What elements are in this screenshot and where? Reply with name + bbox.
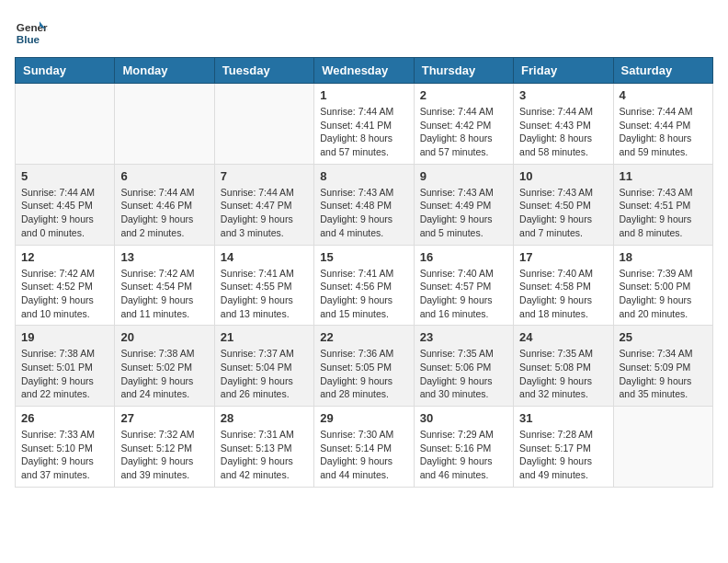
- calendar-cell: 29Sunrise: 7:30 AMSunset: 5:14 PMDayligh…: [314, 407, 414, 488]
- calendar-cell: [214, 84, 313, 165]
- calendar-week-4: 19Sunrise: 7:38 AMSunset: 5:01 PMDayligh…: [16, 326, 713, 407]
- calendar: SundayMondayTuesdayWednesdayThursdayFrid…: [15, 57, 713, 488]
- calendar-cell: 25Sunrise: 7:34 AMSunset: 5:09 PMDayligh…: [613, 326, 712, 407]
- logo-icon: General Blue: [15, 15, 48, 48]
- calendar-cell: 8Sunrise: 7:43 AMSunset: 4:48 PMDaylight…: [314, 164, 414, 245]
- calendar-cell: 2Sunrise: 7:44 AMSunset: 4:42 PMDaylight…: [414, 84, 513, 165]
- calendar-cell: 10Sunrise: 7:43 AMSunset: 4:50 PMDayligh…: [514, 164, 613, 245]
- day-number: 1: [320, 88, 407, 102]
- day-info: Sunrise: 7:40 AMSunset: 4:58 PMDaylight:…: [519, 267, 607, 321]
- calendar-header-sunday: Sunday: [16, 58, 115, 84]
- calendar-header-tuesday: Tuesday: [214, 58, 313, 84]
- day-info: Sunrise: 7:39 AMSunset: 5:00 PMDaylight:…: [620, 267, 707, 321]
- calendar-week-1: 1Sunrise: 7:44 AMSunset: 4:41 PMDaylight…: [16, 84, 713, 165]
- calendar-week-5: 26Sunrise: 7:33 AMSunset: 5:10 PMDayligh…: [16, 407, 713, 488]
- day-info: Sunrise: 7:42 AMSunset: 4:52 PMDaylight:…: [21, 267, 108, 321]
- day-number: 19: [21, 330, 108, 344]
- calendar-cell: 16Sunrise: 7:40 AMSunset: 4:57 PMDayligh…: [414, 245, 513, 326]
- day-info: Sunrise: 7:44 AMSunset: 4:46 PMDaylight:…: [120, 186, 208, 240]
- calendar-cell: 28Sunrise: 7:31 AMSunset: 5:13 PMDayligh…: [214, 407, 313, 488]
- calendar-cell: 22Sunrise: 7:36 AMSunset: 5:05 PMDayligh…: [314, 326, 414, 407]
- day-info: Sunrise: 7:32 AMSunset: 5:12 PMDaylight:…: [120, 428, 208, 482]
- day-number: 15: [320, 250, 407, 264]
- calendar-cell: 14Sunrise: 7:41 AMSunset: 4:55 PMDayligh…: [214, 245, 313, 326]
- day-info: Sunrise: 7:44 AMSunset: 4:44 PMDaylight:…: [620, 105, 707, 159]
- day-number: 25: [620, 330, 707, 344]
- day-number: 27: [120, 411, 208, 425]
- calendar-header-friday: Friday: [514, 58, 613, 84]
- day-info: Sunrise: 7:34 AMSunset: 5:09 PMDaylight:…: [620, 347, 707, 401]
- day-info: Sunrise: 7:37 AMSunset: 5:04 PMDaylight:…: [221, 347, 308, 401]
- day-info: Sunrise: 7:38 AMSunset: 5:01 PMDaylight:…: [21, 347, 108, 401]
- calendar-cell: 11Sunrise: 7:43 AMSunset: 4:51 PMDayligh…: [613, 164, 712, 245]
- day-info: Sunrise: 7:36 AMSunset: 5:05 PMDaylight:…: [320, 347, 407, 401]
- calendar-week-3: 12Sunrise: 7:42 AMSunset: 4:52 PMDayligh…: [16, 245, 713, 326]
- day-number: 5: [21, 169, 108, 183]
- calendar-cell: 26Sunrise: 7:33 AMSunset: 5:10 PMDayligh…: [16, 407, 115, 488]
- calendar-cell: [613, 407, 712, 488]
- day-number: 29: [320, 411, 407, 425]
- day-info: Sunrise: 7:41 AMSunset: 4:56 PMDaylight:…: [320, 267, 407, 321]
- day-number: 14: [221, 250, 308, 264]
- calendar-cell: [115, 84, 214, 165]
- day-info: Sunrise: 7:44 AMSunset: 4:43 PMDaylight:…: [519, 105, 607, 159]
- calendar-cell: 7Sunrise: 7:44 AMSunset: 4:47 PMDaylight…: [214, 164, 313, 245]
- day-info: Sunrise: 7:43 AMSunset: 4:48 PMDaylight:…: [320, 186, 407, 240]
- calendar-cell: [16, 84, 115, 165]
- calendar-cell: 21Sunrise: 7:37 AMSunset: 5:04 PMDayligh…: [214, 326, 313, 407]
- day-number: 23: [420, 330, 507, 344]
- day-number: 8: [320, 169, 407, 183]
- day-info: Sunrise: 7:43 AMSunset: 4:49 PMDaylight:…: [420, 186, 507, 240]
- day-number: 9: [420, 169, 507, 183]
- day-info: Sunrise: 7:41 AMSunset: 4:55 PMDaylight:…: [221, 267, 308, 321]
- calendar-cell: 13Sunrise: 7:42 AMSunset: 4:54 PMDayligh…: [115, 245, 214, 326]
- day-number: 16: [420, 250, 507, 264]
- calendar-cell: 9Sunrise: 7:43 AMSunset: 4:49 PMDaylight…: [414, 164, 513, 245]
- calendar-cell: 23Sunrise: 7:35 AMSunset: 5:06 PMDayligh…: [414, 326, 513, 407]
- day-info: Sunrise: 7:33 AMSunset: 5:10 PMDaylight:…: [21, 428, 108, 482]
- svg-text:Blue: Blue: [17, 33, 40, 45]
- calendar-cell: 17Sunrise: 7:40 AMSunset: 4:58 PMDayligh…: [514, 245, 613, 326]
- day-info: Sunrise: 7:43 AMSunset: 4:50 PMDaylight:…: [519, 186, 607, 240]
- day-info: Sunrise: 7:44 AMSunset: 4:45 PMDaylight:…: [21, 186, 108, 240]
- day-number: 4: [620, 88, 707, 102]
- calendar-cell: 5Sunrise: 7:44 AMSunset: 4:45 PMDaylight…: [16, 164, 115, 245]
- day-info: Sunrise: 7:44 AMSunset: 4:41 PMDaylight:…: [320, 105, 407, 159]
- day-number: 26: [21, 411, 108, 425]
- calendar-header-monday: Monday: [115, 58, 214, 84]
- day-number: 3: [519, 88, 607, 102]
- calendar-header-saturday: Saturday: [613, 58, 712, 84]
- day-number: 13: [120, 250, 208, 264]
- calendar-cell: 31Sunrise: 7:28 AMSunset: 5:17 PMDayligh…: [514, 407, 613, 488]
- calendar-cell: 30Sunrise: 7:29 AMSunset: 5:16 PMDayligh…: [414, 407, 513, 488]
- day-info: Sunrise: 7:44 AMSunset: 4:47 PMDaylight:…: [221, 186, 308, 240]
- logo: General Blue: [15, 15, 51, 48]
- day-number: 17: [519, 250, 607, 264]
- day-number: 2: [420, 88, 507, 102]
- day-number: 24: [519, 330, 607, 344]
- calendar-cell: 20Sunrise: 7:38 AMSunset: 5:02 PMDayligh…: [115, 326, 214, 407]
- day-info: Sunrise: 7:35 AMSunset: 5:06 PMDaylight:…: [420, 347, 507, 401]
- calendar-cell: 27Sunrise: 7:32 AMSunset: 5:12 PMDayligh…: [115, 407, 214, 488]
- day-number: 30: [420, 411, 507, 425]
- day-info: Sunrise: 7:28 AMSunset: 5:17 PMDaylight:…: [519, 428, 607, 482]
- day-number: 11: [620, 169, 707, 183]
- calendar-cell: 15Sunrise: 7:41 AMSunset: 4:56 PMDayligh…: [314, 245, 414, 326]
- calendar-cell: 1Sunrise: 7:44 AMSunset: 4:41 PMDaylight…: [314, 84, 414, 165]
- calendar-week-2: 5Sunrise: 7:44 AMSunset: 4:45 PMDaylight…: [16, 164, 713, 245]
- day-number: 28: [221, 411, 308, 425]
- day-number: 6: [120, 169, 208, 183]
- day-number: 18: [620, 250, 707, 264]
- calendar-cell: 4Sunrise: 7:44 AMSunset: 4:44 PMDaylight…: [613, 84, 712, 165]
- calendar-header-row: SundayMondayTuesdayWednesdayThursdayFrid…: [16, 58, 713, 84]
- calendar-cell: 19Sunrise: 7:38 AMSunset: 5:01 PMDayligh…: [16, 326, 115, 407]
- day-info: Sunrise: 7:44 AMSunset: 4:42 PMDaylight:…: [420, 105, 507, 159]
- day-info: Sunrise: 7:38 AMSunset: 5:02 PMDaylight:…: [120, 347, 208, 401]
- day-info: Sunrise: 7:31 AMSunset: 5:13 PMDaylight:…: [221, 428, 308, 482]
- calendar-header-thursday: Thursday: [414, 58, 513, 84]
- day-number: 31: [519, 411, 607, 425]
- calendar-cell: 18Sunrise: 7:39 AMSunset: 5:00 PMDayligh…: [613, 245, 712, 326]
- header: General Blue: [15, 15, 713, 48]
- day-number: 7: [221, 169, 308, 183]
- day-info: Sunrise: 7:40 AMSunset: 4:57 PMDaylight:…: [420, 267, 507, 321]
